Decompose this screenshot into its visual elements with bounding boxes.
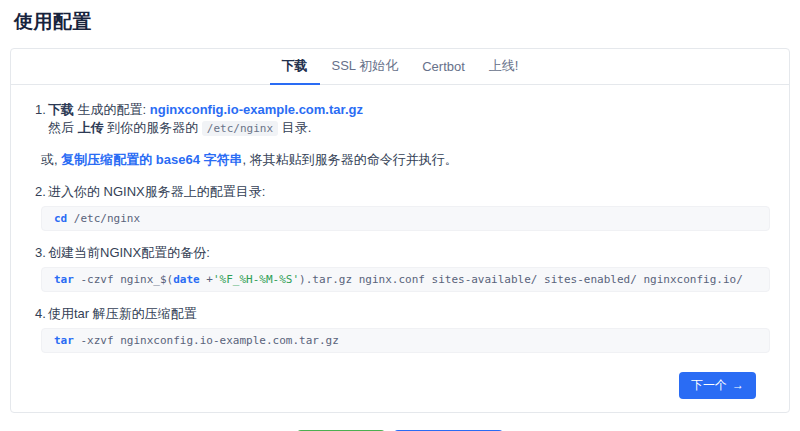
- step-number: 4.: [35, 305, 48, 323]
- usage-config-page: 使用配置 下载 SSL 初始化 Certbot 上线! 1. 下载 生成的配置:…: [0, 9, 800, 431]
- code-block-tar-extract: tar -xzvf nginxconfig.io-example.com.tar…: [41, 328, 770, 353]
- step-1-download: 1. 下载 生成的配置: nginxconfig.io-example.com.…: [35, 101, 770, 138]
- step-number: 2.: [35, 183, 48, 201]
- tab-certbot[interactable]: Certbot: [410, 49, 477, 85]
- page-title: 使用配置: [14, 9, 800, 35]
- tab-go-live[interactable]: 上线!: [477, 49, 531, 85]
- step-number: 1.: [35, 101, 48, 138]
- tab-ssl-init[interactable]: SSL 初始化: [320, 49, 411, 85]
- code-block-tar-backup: tar -czvf nginx_$(date +'%F_%H-%M-%S').t…: [41, 267, 770, 292]
- code-block-cd: cd /etc/nginx: [41, 206, 770, 231]
- download-config-link[interactable]: nginxconfig.io-example.com.tar.gz: [150, 102, 363, 117]
- usage-config-panel: 下载 SSL 初始化 Certbot 上线! 1. 下载 生成的配置: ngin…: [10, 48, 790, 413]
- copy-base64-alternative-line: 或, 复制压缩配置的 base64 字符串, 将其粘贴到服务器的命令行并执行。: [41, 151, 770, 169]
- copy-base64-link[interactable]: 复制压缩配置的 base64 字符串: [61, 152, 242, 167]
- step-2-cd-directory: 2. 进入你的 NGINX服务器上的配置目录: cd /etc/nginx: [35, 183, 770, 231]
- tab-content-download: 1. 下载 生成的配置: nginxconfig.io-example.com.…: [11, 85, 789, 412]
- step-number: 3.: [35, 244, 48, 262]
- step-3-label: 创建当前NGINX配置的备份:: [48, 244, 770, 262]
- step-2-label: 进入你的 NGINX服务器上的配置目录:: [48, 183, 770, 201]
- next-button-row: 下一个→: [35, 366, 770, 412]
- etc-nginx-inline-code: /etc/nginx: [202, 121, 278, 136]
- arrow-right-icon: →: [732, 378, 744, 392]
- step-1-text: 下载 生成的配置: nginxconfig.io-example.com.tar…: [48, 101, 770, 138]
- tab-download[interactable]: 下载: [270, 49, 320, 85]
- tab-bar: 下载 SSL 初始化 Certbot 上线!: [11, 49, 789, 85]
- next-button[interactable]: 下一个→: [679, 372, 756, 399]
- download-word: 下载: [48, 102, 74, 117]
- step-4-label: 使用tar 解压新的压缩配置: [48, 305, 770, 323]
- upload-word: 上传: [78, 120, 104, 135]
- step-3-backup: 3. 创建当前NGINX配置的备份: tar -czvf nginx_$(dat…: [35, 244, 770, 292]
- step-4-extract: 4. 使用tar 解压新的压缩配置 tar -xzvf nginxconfig.…: [35, 305, 770, 353]
